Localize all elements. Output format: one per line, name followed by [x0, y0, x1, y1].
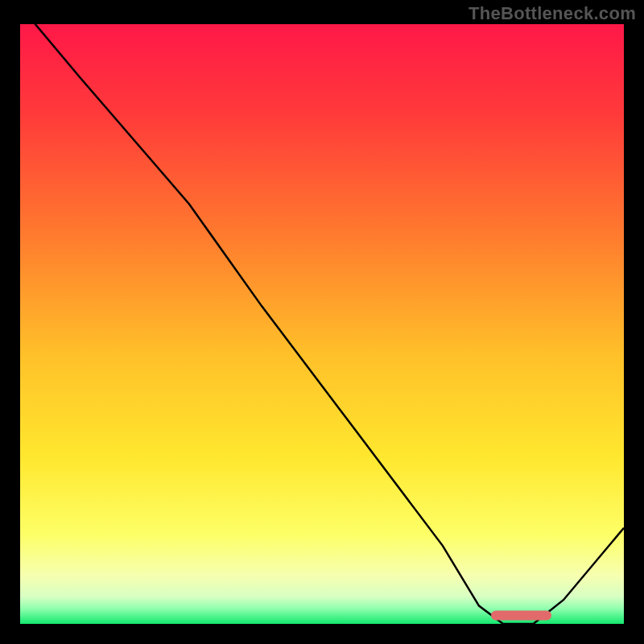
plot-area	[20, 6, 624, 624]
watermark-text: TheBottleneck.com	[469, 3, 636, 24]
bottleneck-chart	[0, 0, 644, 644]
chart-container: TheBottleneck.com	[0, 0, 644, 644]
optimal-marker	[491, 611, 551, 621]
